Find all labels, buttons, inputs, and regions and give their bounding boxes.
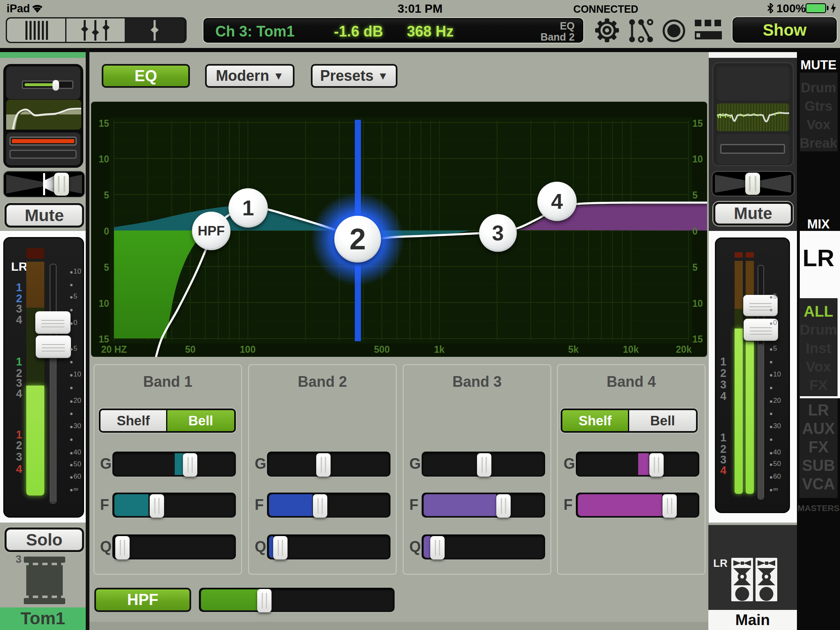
svg-text:500: 500 [374, 344, 390, 355]
svg-text:50: 50 [185, 344, 196, 355]
svg-text:10: 10 [692, 154, 703, 164]
svg-text:15: 15 [692, 118, 703, 129]
svg-text:20k: 20k [676, 344, 692, 355]
svg-text:5: 5 [692, 190, 698, 201]
svg-text:10k: 10k [623, 344, 639, 355]
svg-text:5: 5 [104, 262, 109, 273]
svg-text:10: 10 [98, 154, 109, 164]
svg-text:0: 0 [692, 226, 698, 237]
svg-text:1k: 1k [434, 344, 445, 355]
svg-text:5k: 5k [568, 344, 579, 355]
svg-text:5: 5 [692, 262, 698, 273]
svg-text:15: 15 [98, 118, 109, 129]
svg-text:20 HZ: 20 HZ [101, 344, 127, 355]
svg-text:10: 10 [692, 298, 703, 309]
svg-text:100: 100 [240, 344, 256, 355]
svg-text:15: 15 [692, 334, 703, 345]
svg-text:0: 0 [104, 226, 109, 237]
svg-text:5: 5 [104, 190, 109, 201]
svg-text:15: 15 [98, 334, 109, 345]
svg-text:10: 10 [98, 298, 109, 309]
